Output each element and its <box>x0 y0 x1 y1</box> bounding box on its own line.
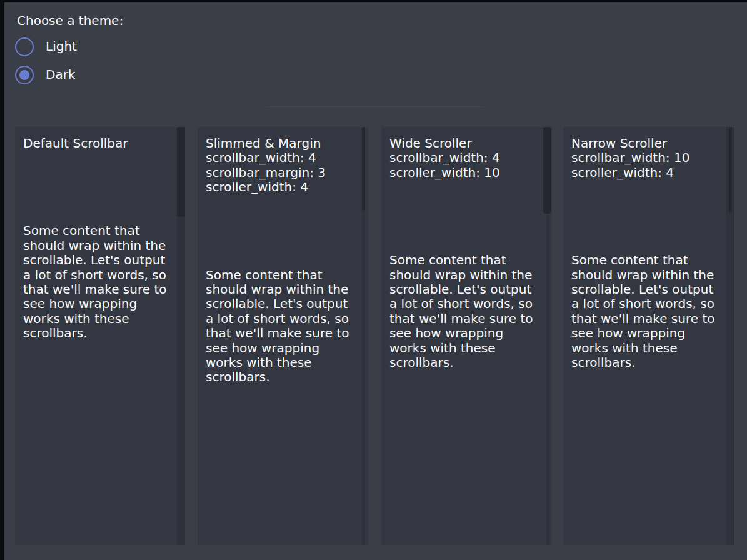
panel-param: scrollbar_width: 10 <box>571 151 724 165</box>
panel-param: scroller_width: 4 <box>206 180 358 194</box>
theme-chooser-label: Choose a theme: <box>17 14 123 28</box>
radio-option-light[interactable]: Light <box>15 38 77 56</box>
vertical-spacer <box>206 195 368 268</box>
panel-title: Slimmed & Margin <box>206 136 358 151</box>
vertical-spacer <box>389 180 552 253</box>
scrollbar-thumb[interactable] <box>177 127 185 217</box>
panel-header: Narrow Scroller scrollbar_width: 10 scro… <box>571 136 724 180</box>
radio-circle-icon[interactable] <box>15 38 34 56</box>
panel-body-text: Some content that should wrap within the… <box>206 268 358 385</box>
radio-label-light: Light <box>46 39 77 54</box>
radio-dot-unselected <box>19 42 29 52</box>
panel-header: Wide Scroller scrollbar_width: 4 scrolle… <box>389 136 542 180</box>
vertical-spacer <box>571 180 734 253</box>
vertical-spacer <box>23 151 185 224</box>
panel-body-text: Some content that should wrap within the… <box>23 224 176 341</box>
panel-param: scrollbar_width: 4 <box>206 151 358 165</box>
radio-dot-selected <box>19 70 29 80</box>
horizontal-rule <box>267 106 483 107</box>
panel-title: Wide Scroller <box>389 136 542 151</box>
panel-body-text: Some content that should wrap within the… <box>571 253 724 370</box>
panel-title: Narrow Scroller <box>571 136 724 151</box>
scrollbar-thumb[interactable] <box>543 127 551 214</box>
radio-circle-icon[interactable] <box>15 66 34 84</box>
panel-param: scroller_width: 10 <box>389 166 542 180</box>
panel-param: scroller_width: 4 <box>571 166 724 180</box>
panel-title: Default Scrollbar <box>23 136 176 151</box>
scrollbar-thumb[interactable] <box>729 127 732 212</box>
panel-header: Default Scrollbar <box>23 136 176 151</box>
scrollable-panel-narrow-scroller[interactable]: Narrow Scroller scrollbar_width: 10 scro… <box>563 127 734 545</box>
scrollbar-thumb[interactable] <box>362 127 365 211</box>
radio-label-dark: Dark <box>46 68 75 82</box>
scrollable-panel-default[interactable]: Default Scrollbar Some content that shou… <box>15 127 185 545</box>
scrollable-panel-wide-scroller[interactable]: Wide Scroller scrollbar_width: 4 scrolle… <box>381 127 552 545</box>
radio-option-dark[interactable]: Dark <box>15 66 75 84</box>
panel-param: scrollbar_width: 4 <box>389 151 542 165</box>
panel-header: Slimmed & Margin scrollbar_width: 4 scro… <box>206 136 358 195</box>
scrollable-panel-slimmed[interactable]: Slimmed & Margin scrollbar_width: 4 scro… <box>198 127 368 545</box>
panel-param: scrollbar_margin: 3 <box>206 166 358 180</box>
panel-body-text: Some content that should wrap within the… <box>389 253 542 370</box>
app-window: Choose a theme: Light Dark Default Scrol… <box>0 0 747 560</box>
